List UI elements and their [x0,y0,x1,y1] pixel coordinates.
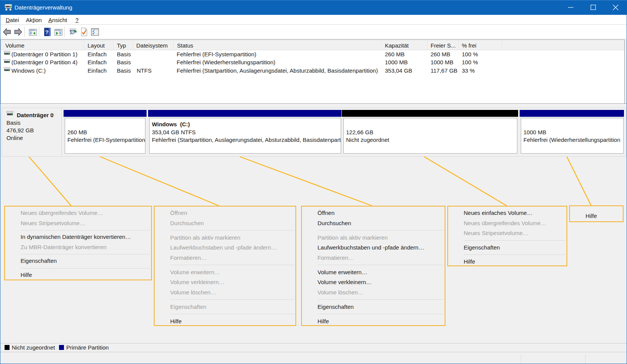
svg-text:?: ? [45,29,48,35]
